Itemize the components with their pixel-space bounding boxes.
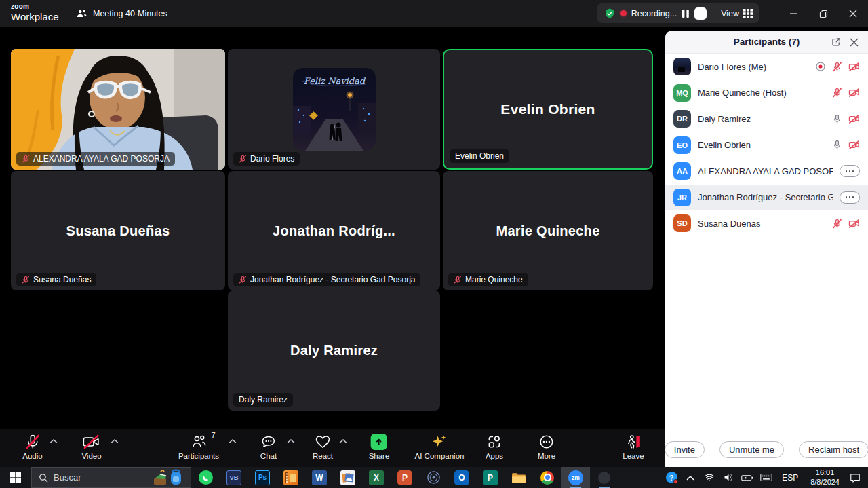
more-button[interactable]: More — [538, 433, 555, 460]
clock-date: 8/8/2024 — [810, 478, 840, 487]
chat-button[interactable]: Chat — [260, 433, 277, 460]
participant-row-alexandra[interactable]: AA ALEXANDRA AYALA GAD POSORJA — [665, 158, 868, 185]
muted-mic-icon[interactable] — [832, 62, 842, 72]
chat-options-chevron[interactable] — [287, 438, 296, 445]
more-options-button[interactable] — [840, 191, 860, 204]
participant-row-dario[interactable]: Dario Flores (Me) — [665, 54, 868, 80]
taskbar-app-chrome[interactable] — [533, 467, 561, 488]
minimize-button[interactable] — [778, 0, 808, 27]
participant-name: ALEXANDRA AYALA GAD POSORJA — [698, 166, 833, 176]
audio-options-chevron[interactable] — [50, 438, 59, 445]
unmute-me-button[interactable]: Unmute me — [719, 441, 784, 458]
react-options-chevron[interactable] — [339, 438, 349, 445]
camera-off-icon[interactable] — [848, 219, 860, 229]
mic-on-icon[interactable] — [832, 114, 842, 124]
audio-button[interactable]: Audio — [22, 433, 42, 460]
muted-mic-icon[interactable] — [832, 219, 842, 229]
close-panel-icon[interactable] — [848, 36, 860, 48]
share-screen-icon — [371, 434, 387, 450]
avatar-dario-photo — [673, 58, 691, 75]
tray-help-icon[interactable]: ? — [664, 467, 679, 488]
language-indicator[interactable]: ESP — [778, 473, 802, 483]
video-options-chevron[interactable] — [111, 438, 120, 445]
volume-icon[interactable] — [721, 467, 736, 488]
zoom-workplace-logo: zoom Workplace — [11, 3, 59, 22]
close-window-button[interactable] — [838, 0, 868, 27]
muted-mic-icon[interactable] — [832, 88, 842, 98]
taskbar-app-publisher[interactable]: P — [476, 467, 505, 488]
tray-chevron-up-icon[interactable] — [683, 467, 698, 488]
participants-button[interactable]: 7 Participants — [178, 433, 219, 460]
recorder-icon — [427, 470, 441, 485]
avatar-initials: SD — [673, 214, 691, 232]
apps-button[interactable]: Apps — [486, 433, 503, 460]
taskbar-app-recorder[interactable] — [419, 467, 448, 488]
video-tile-jonathan[interactable]: Jonathan Rodríg... Jonathan Rodríguez - … — [228, 171, 440, 290]
camera-off-icon[interactable] — [848, 62, 860, 72]
taskbar-app-photoshop[interactable]: Ps — [248, 467, 277, 488]
video-button[interactable]: Video — [81, 433, 101, 460]
restore-button[interactable] — [808, 0, 838, 27]
reclaim-host-button[interactable]: Reclaim host — [799, 441, 868, 458]
participants-panel-header: Participants (7) — [665, 31, 868, 54]
leave-button[interactable]: Leave — [623, 433, 644, 460]
start-button[interactable] — [0, 467, 31, 488]
video-tile-evelin[interactable]: Evelin Obrien Evelin Obrien — [443, 49, 653, 170]
muted-mic-icon — [239, 155, 247, 163]
grid-view-icon — [743, 9, 753, 18]
taskbar-app-moviemaker[interactable] — [277, 467, 305, 488]
camera-off-icon[interactable] — [848, 140, 860, 150]
participants-options-chevron[interactable] — [229, 438, 238, 445]
view-button[interactable]: View — [721, 9, 753, 18]
taskbar-app-zoom[interactable]: zm — [561, 467, 590, 488]
popout-panel-icon[interactable] — [830, 36, 842, 48]
nametag-text: Dario Flores — [250, 154, 294, 164]
participant-row-marie[interactable]: MQ Marie Quineche (Host) — [665, 80, 868, 107]
action-center-icon[interactable] — [848, 467, 863, 488]
taskbar-app-word[interactable]: W — [305, 467, 334, 488]
taskbar-search[interactable]: Buscar — [31, 467, 191, 488]
video-tile-daly[interactable]: Daly Ramirez Daly Ramirez — [228, 290, 440, 411]
taskbar-app-whatsapp[interactable] — [191, 467, 220, 488]
view-label: View — [721, 9, 739, 18]
react-button[interactable]: React — [313, 433, 333, 460]
video-tile-alexandra[interactable]: ALEXANDRA AYALA GAD POSORJA — [11, 49, 225, 170]
mic-on-icon[interactable] — [832, 140, 842, 150]
search-icon — [39, 473, 48, 483]
taskbar-app-excel[interactable]: X — [362, 467, 391, 488]
taskbar-app-vb[interactable]: VB — [220, 467, 248, 488]
share-button[interactable]: Share — [369, 433, 390, 460]
pause-recording-button[interactable] — [682, 9, 690, 18]
nametag-text: Evelin Obrien — [455, 151, 504, 161]
camera-off-icon[interactable] — [848, 88, 860, 98]
participant-row-susana[interactable]: SD Susana Dueñas — [665, 210, 868, 237]
powerpoint-icon: P — [397, 470, 412, 485]
camera-off-icon — [83, 433, 101, 451]
taskbar-app-photos[interactable] — [334, 467, 362, 488]
taskbar-clock[interactable]: 16:01 8/8/2024 — [806, 468, 844, 487]
battery-icon[interactable] — [740, 467, 755, 488]
more-options-button[interactable] — [840, 165, 860, 177]
taskbar-app-explorer[interactable] — [505, 467, 533, 488]
participant-row-evelin[interactable]: EO Evelin Obrien — [665, 132, 868, 159]
participant-row-jonathan[interactable]: JR Jonathan Rodríguez - Secretario Ga... — [665, 185, 868, 211]
video-tile-marie[interactable]: Marie Quineche Marie Quineche — [443, 171, 653, 290]
stop-recording-button[interactable] — [694, 7, 707, 20]
video-tile-dario[interactable]: Feliz Navidad — [228, 49, 440, 170]
participant-row-daly[interactable]: DR Daly Ramirez — [665, 106, 868, 132]
video-tile-susana[interactable]: Susana Dueñas Susana Dueñas — [11, 171, 225, 290]
taskbar-app-powerpoint[interactable]: P — [391, 467, 419, 488]
taskbar-app-background[interactable] — [590, 467, 618, 488]
tab-meeting[interactable]: Meeting 40-Minutes — [76, 5, 167, 22]
touch-keyboard-icon[interactable] — [759, 467, 774, 488]
word-icon: W — [312, 470, 327, 485]
zoom-meeting-window: zoom Workplace Meeting 40-Minutes Record… — [0, 0, 868, 488]
invite-button[interactable]: Invite — [665, 441, 705, 458]
nametag-dario: Dario Flores — [233, 152, 300, 166]
camera-off-icon[interactable] — [848, 114, 860, 124]
excel-icon: X — [369, 470, 384, 485]
taskbar-app-outlook[interactable]: O — [448, 467, 476, 488]
security-shield-icon[interactable] — [604, 7, 616, 20]
wifi-icon[interactable] — [702, 467, 717, 488]
ai-companion-button[interactable]: AI Companion — [415, 433, 465, 460]
